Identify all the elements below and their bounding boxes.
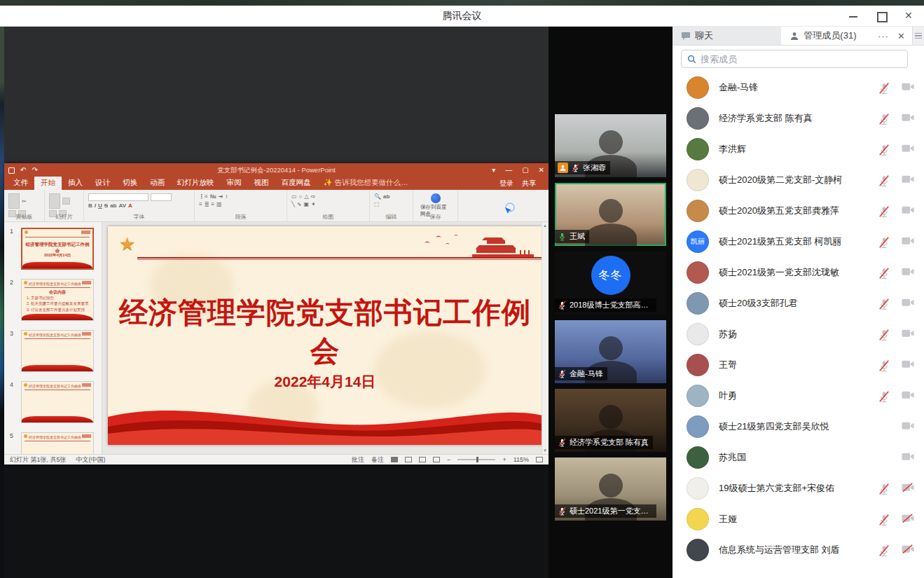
camera-off-icon[interactable] — [902, 174, 914, 186]
tab-members[interactable]: 管理成员(31) — [781, 27, 876, 45]
language-indicator[interactable]: 中文(中国) — [76, 455, 106, 465]
find-icon[interactable]: 🔍 — [374, 193, 381, 200]
camera-off-icon[interactable] — [902, 452, 914, 463]
mic-muted-icon[interactable] — [878, 544, 890, 556]
cut-icon[interactable]: ✂ — [22, 198, 27, 205]
ppt-ribbon-tab[interactable]: 动画 — [144, 177, 171, 190]
shape-curve-icon[interactable]: ∿ — [297, 201, 302, 207]
camera-off-icon[interactable] — [902, 421, 914, 432]
camera-off-icon[interactable] — [902, 514, 914, 525]
ppt-ribbon-tab[interactable]: 开始 — [34, 177, 62, 190]
comments-button[interactable]: 批注 — [352, 455, 364, 465]
align-left-icon[interactable]: ≡ — [199, 201, 202, 207]
underline-icon[interactable]: U — [98, 202, 102, 209]
camera-off-icon[interactable] — [902, 236, 914, 247]
ppt-ribbon-tab[interactable]: 设计 — [89, 177, 116, 190]
mic-muted-icon[interactable] — [878, 144, 890, 155]
bullets-icon[interactable]: ⋮≡ — [199, 193, 208, 200]
strikethrough-icon[interactable]: S — [104, 202, 108, 209]
video-tile[interactable]: 硕士2021级第一党支部... — [555, 457, 666, 521]
bold-icon[interactable]: B — [88, 202, 92, 209]
member-row[interactable]: 硕士2020级第五党支部龚雅萍 — [673, 195, 924, 226]
member-row[interactable]: 叶勇 — [673, 380, 924, 411]
member-row[interactable]: 李洪辉 — [673, 134, 924, 165]
mic-muted-icon[interactable] — [878, 174, 890, 186]
layout-icon[interactable] — [62, 198, 70, 205]
ppt-ribbon-tab[interactable]: 插入 — [62, 177, 89, 190]
member-row[interactable]: 凯丽 硕士2021级第五党支部 柯凯丽 — [673, 226, 924, 257]
mic-muted-icon[interactable] — [878, 236, 890, 247]
zoom-slider[interactable] — [457, 459, 495, 460]
quick-styles-icon[interactable]: ✦ — [311, 201, 316, 207]
ppt-ribbon-tab[interactable]: ✨ 告诉我您想要做什么… — [317, 177, 415, 190]
mic-muted-icon[interactable] — [878, 205, 890, 216]
minimize-icon[interactable] — [848, 11, 858, 21]
arrange-icon[interactable]: ▣ — [304, 201, 310, 207]
shape-square-icon[interactable]: ▭ — [291, 193, 297, 200]
member-row[interactable]: 苏扬 — [673, 319, 924, 350]
text-shadow-icon[interactable]: ab — [110, 202, 116, 209]
select-icon[interactable]: ⬚ — [374, 201, 380, 207]
slide-thumbnail[interactable]: 4 经济管理学院党支部书记工作例会 — [21, 381, 102, 423]
slide-sorter-view-icon[interactable] — [405, 457, 412, 462]
mic-muted-icon[interactable] — [878, 359, 890, 371]
save-icon[interactable] — [8, 167, 15, 174]
camera-off-icon[interactable] — [902, 267, 914, 278]
ppt-maximize-icon[interactable]: ▢ — [522, 167, 528, 174]
normal-view-icon[interactable] — [391, 457, 398, 462]
shape-triangle-icon[interactable]: △ — [304, 193, 308, 200]
member-row[interactable]: 经济学系党支部 陈有真 — [673, 103, 924, 134]
fit-slide-icon[interactable] — [536, 457, 543, 462]
ppt-ribbon-tab[interactable]: 切换 — [116, 177, 144, 190]
redo-icon[interactable]: ↷ — [32, 167, 37, 174]
video-tile[interactable]: 王斌 — [555, 183, 666, 246]
member-row[interactable]: 硕士2021级第一党支部沈珑敏 — [673, 257, 924, 288]
ppt-minimize-icon[interactable]: — — [505, 167, 512, 174]
zoom-out-icon[interactable]: − — [447, 456, 450, 463]
member-row[interactable]: 信息系统与运营管理支部 刘盾 — [673, 535, 924, 565]
member-row[interactable]: 硕士21级第四党支部吴欣悦 — [673, 411, 924, 442]
ppt-share-button[interactable]: 共享 — [522, 179, 536, 188]
zoom-level[interactable]: 115% — [513, 456, 529, 463]
reading-view-icon[interactable] — [419, 457, 426, 462]
ppt-ribbon-tab[interactable]: 审阅 — [221, 177, 248, 190]
new-slide-icon[interactable] — [49, 193, 60, 209]
paste-icon[interactable] — [8, 193, 20, 209]
zoom-in-icon[interactable]: + — [502, 456, 506, 463]
camera-off-icon[interactable] — [902, 483, 914, 494]
video-tile[interactable]: 经济学系党支部 陈有真 — [555, 389, 666, 452]
slide-thumbnail[interactable]: 5 经济管理学院党支部书记工作例会 — [21, 432, 102, 454]
member-row[interactable]: 苏兆国 — [673, 442, 924, 473]
slide-thumbnail[interactable]: 1 经济管理学院党支部书记工作例会 2022年4月14日 — [21, 228, 102, 270]
replace-icon[interactable]: ab — [383, 193, 389, 200]
align-center-icon[interactable]: ≣ — [205, 201, 209, 207]
camera-off-icon[interactable] — [902, 82, 914, 93]
vertical-scrollbar[interactable] — [542, 222, 549, 454]
camera-off-icon[interactable] — [902, 390, 914, 401]
ppt-ribbon-tab[interactable]: 文件 — [7, 177, 34, 190]
ppt-ribbon-tab[interactable]: 视图 — [248, 177, 275, 190]
ppt-ribbon-tab[interactable]: 百度网盘 — [275, 177, 317, 190]
video-tile[interactable]: 冬冬 2018级博士党支部高冬冬 — [555, 252, 666, 315]
camera-off-icon[interactable] — [902, 329, 914, 340]
mic-muted-icon[interactable] — [878, 267, 890, 278]
ppt-ribbon-options-icon[interactable]: ▾ — [492, 167, 495, 174]
member-row[interactable]: 硕士2020级第二党支部-文静柯 — [673, 165, 924, 195]
italic-icon[interactable]: I — [95, 202, 96, 209]
font-size-select[interactable] — [151, 193, 172, 201]
member-row[interactable]: 王哿 — [673, 350, 924, 380]
undo-icon[interactable]: ↶ — [20, 167, 26, 174]
numbering-icon[interactable]: № — [210, 193, 216, 200]
line-spacing-icon[interactable]: ↕ — [225, 193, 228, 200]
slideshow-view-icon[interactable] — [433, 457, 440, 462]
camera-off-icon[interactable] — [902, 144, 914, 155]
font-color-icon[interactable]: A — [128, 202, 132, 209]
maximize-icon[interactable] — [876, 11, 886, 21]
ppt-close-icon[interactable]: ✕ — [539, 167, 544, 174]
ppt-signin-button[interactable]: 登录 — [499, 179, 513, 188]
align-right-icon[interactable]: ≡ — [211, 201, 214, 207]
video-tile[interactable]: 张湘蓉 — [555, 114, 666, 177]
member-row[interactable]: 硕士20级3支部孔君 — [673, 288, 924, 319]
collapse-panel-handle[interactable] — [912, 27, 924, 45]
camera-off-icon[interactable] — [902, 113, 914, 124]
